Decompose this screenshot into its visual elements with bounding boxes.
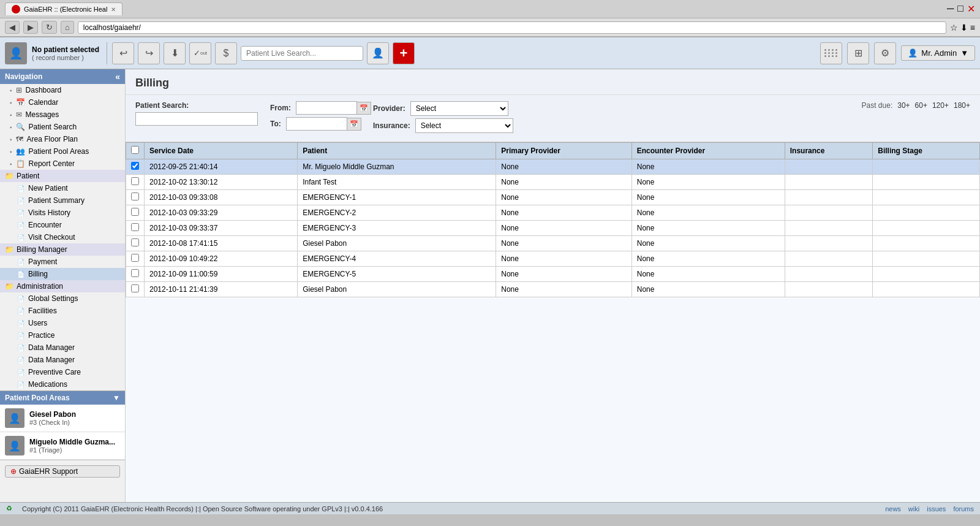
tab-close-btn[interactable]: ✕ (111, 6, 116, 13)
billing-tool-btn[interactable]: $ (215, 42, 237, 64)
table-row[interactable]: 2012-10-11 21:41:39 Giesel Pabon None No… (126, 282, 980, 297)
back-button[interactable]: ◀ (5, 21, 20, 34)
sidebar-item-facilities[interactable]: 📄 Facilities (0, 305, 125, 317)
browser-tab[interactable]: GaiaEHR :: (Electronic Heal ✕ (5, 2, 123, 15)
sidebar-collapse-btn[interactable]: « (115, 72, 120, 82)
pool-patient-1[interactable]: 👤 Giesel Pabon #3 (Check In) (0, 405, 125, 432)
row-encounter-provider: None (631, 159, 785, 175)
footer-link-forums[interactable]: forums (953, 505, 974, 513)
row-checkbox-cell[interactable] (126, 267, 145, 282)
table-row[interactable]: 2012-10-03 09:33:37 EMERGENCY-3 None Non… (126, 221, 980, 236)
select-all-header[interactable] (126, 143, 145, 159)
row-checkbox[interactable] (131, 208, 139, 216)
sidebar-item-preventive-care[interactable]: 📄 Data Manager (0, 354, 125, 366)
sidebar-item-data-manager[interactable]: 📄 Data Manager (0, 341, 125, 354)
row-checkbox-cell[interactable] (126, 282, 145, 297)
table-row[interactable]: 2012-10-02 13:30:12 Infant Test None Non… (126, 175, 980, 190)
insurance-select[interactable]: Select (415, 118, 513, 133)
sidebar-item-area-floor-plan[interactable]: ▪ 🗺 Area Floor Plan (0, 133, 125, 145)
select-all-checkbox[interactable] (131, 146, 139, 154)
sidebar-item-patient-summary[interactable]: 📄 Patient Summary (0, 194, 125, 207)
save-tool-btn[interactable]: ⬇ (164, 42, 186, 64)
menu-icon[interactable]: ≡ (970, 23, 975, 32)
bookmark-icon[interactable]: ☆ (950, 23, 958, 32)
row-checkbox-cell[interactable] (126, 190, 145, 205)
row-checkbox-cell[interactable] (126, 159, 145, 175)
row-checkbox[interactable] (131, 177, 139, 185)
row-checkbox[interactable] (131, 162, 139, 170)
refresh-button[interactable]: ↻ (42, 21, 57, 34)
sidebar-item-floor-areas[interactable]: 📄 Medications (0, 378, 125, 391)
patient-group-header[interactable]: 📁 Patient (0, 170, 125, 182)
sidebar-item-medications[interactable]: 📄 Preventive Care (0, 366, 125, 378)
from-date-picker-btn[interactable]: 📅 (357, 102, 371, 115)
table-row[interactable]: 2012-10-09 11:00:59 EMERGENCY-5 None Non… (126, 267, 980, 282)
sidebar-item-payment[interactable]: 📄 Payment (0, 256, 125, 268)
from-date-field[interactable] (296, 101, 357, 115)
table-row[interactable]: 2012-10-09 10:49:22 EMERGENCY-4 None Non… (126, 251, 980, 267)
row-checkbox[interactable] (131, 269, 139, 277)
to-date-input: 📅 (286, 117, 353, 131)
row-checkbox[interactable] (131, 254, 139, 262)
to-date-picker-btn[interactable]: 📅 (347, 118, 361, 131)
settings-btn[interactable]: ⚙ (874, 42, 896, 64)
browser-toolbar: ◀ ▶ ↻ ⌂ ☆ ⬇ ≡ (0, 18, 980, 37)
sidebar-item-encounter[interactable]: 📄 Encounter (0, 219, 125, 231)
sidebar-item-practice[interactable]: 📄 Practice (0, 329, 125, 341)
billing-manager-group-header[interactable]: 📁 Billing Manager (0, 243, 125, 256)
patient-live-search[interactable] (241, 46, 363, 61)
pool-collapse-icon[interactable]: ▼ (113, 394, 120, 402)
sidebar-item-dashboard[interactable]: ▪ ⊞ Dashboard (0, 84, 125, 96)
footer-link-issues[interactable]: issues (927, 505, 946, 513)
pool-patient-2[interactable]: 👤 Miguelo Middle Guzma... #1 (Triage) (0, 432, 125, 460)
sidebar-item-report-center[interactable]: ▪ 📋 Report Center (0, 158, 125, 170)
support-button[interactable]: ⊕ GaiaEHR Support (5, 465, 120, 478)
row-checkbox-cell[interactable] (126, 236, 145, 251)
sidebar-item-users[interactable]: 📄 Users (0, 317, 125, 329)
footer-link-wiki[interactable]: wiki (908, 505, 919, 513)
row-checkbox-cell[interactable] (126, 205, 145, 221)
forward-tool-btn[interactable]: ↪ (138, 42, 160, 64)
patient-search-input[interactable] (135, 112, 258, 126)
split-view-btn[interactable]: ⊞ (847, 42, 869, 64)
table-row[interactable]: 2012-10-03 09:33:08 EMERGENCY-1 None Non… (126, 190, 980, 205)
address-bar[interactable] (78, 21, 946, 34)
sidebar-item-billing[interactable]: 📄 Billing (0, 268, 125, 280)
row-billing-stage (873, 159, 980, 175)
doc-icon: 📄 (17, 381, 24, 388)
row-checkbox-cell[interactable] (126, 175, 145, 190)
sidebar-item-new-patient[interactable]: 📄 New Patient (0, 182, 125, 194)
sidebar-item-messages[interactable]: ▪ ✉ Messages (0, 109, 125, 121)
sidebar-item-global-settings[interactable]: 📄 Global Settings (0, 292, 125, 305)
download-icon[interactable]: ⬇ (960, 23, 968, 32)
minimize-btn[interactable]: ─ (947, 3, 954, 15)
administration-group-header[interactable]: 📁 Administration (0, 280, 125, 292)
table-row[interactable]: 2012-09-25 21:40:14 Mr. Miguelo Middle G… (126, 159, 980, 175)
table-row[interactable]: 2012-10-03 09:33:29 EMERGENCY-2 None Non… (126, 205, 980, 221)
back-tool-btn[interactable]: ↩ (112, 42, 134, 64)
grid-view-btn[interactable] (820, 42, 842, 64)
to-date-field[interactable] (286, 117, 347, 131)
maximize-btn[interactable]: □ (957, 3, 963, 15)
sidebar-item-visit-checkout[interactable]: 📄 Visit Checkout (0, 231, 125, 243)
patient-tool-btn[interactable]: 👤 (367, 42, 389, 64)
row-checkbox[interactable] (131, 238, 139, 246)
home-button[interactable]: ⌂ (61, 21, 74, 34)
row-checkbox[interactable] (131, 284, 139, 292)
checkout-tool-btn[interactable]: ✓out (189, 42, 211, 64)
sidebar-item-visits-history[interactable]: 📄 Visits History (0, 207, 125, 219)
row-checkbox-cell[interactable] (126, 251, 145, 267)
add-patient-btn[interactable]: + (393, 42, 415, 64)
sidebar-item-calendar[interactable]: ▪ 📅 Calendar (0, 96, 125, 109)
row-checkbox-cell[interactable] (126, 221, 145, 236)
row-checkbox[interactable] (131, 192, 139, 200)
user-menu[interactable]: 👤 Mr. Admin ▼ (901, 45, 975, 61)
forward-button[interactable]: ▶ (23, 21, 38, 34)
sidebar-item-patient-pool[interactable]: ▪ 👥 Patient Pool Areas (0, 145, 125, 158)
sidebar-item-patient-search[interactable]: ▪ 🔍 Patient Search (0, 121, 125, 133)
close-btn[interactable]: ✕ (967, 3, 975, 15)
table-row[interactable]: 2012-10-08 17:41:15 Giesel Pabon None No… (126, 236, 980, 251)
provider-select[interactable]: Select (410, 101, 508, 116)
footer-link-news[interactable]: news (885, 505, 901, 513)
row-checkbox[interactable] (131, 223, 139, 231)
